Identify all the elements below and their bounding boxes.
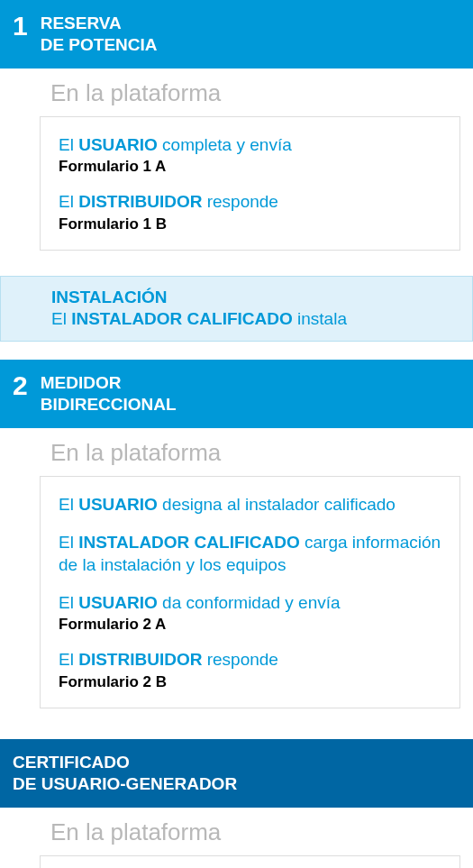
section-0: 1RESERVADE POTENCIAEn la plataformaEl US… <box>0 0 473 342</box>
step-title: CERTIFICADODE USUARIO-GENERADOR <box>13 752 237 795</box>
step-number: 1 <box>13 13 28 40</box>
process-item: El USUARIO designa al instalador calific… <box>59 493 441 516</box>
item-action: El USUARIO designa al instalador calific… <box>59 493 441 516</box>
section-header: CERTIFICADODE USUARIO-GENERADOR <box>0 739 473 808</box>
item-action: El USUARIO completa y envía <box>59 133 441 157</box>
item-form: Formulario 1 B <box>59 215 441 233</box>
banner-title: INSTALACIÓN <box>51 288 456 307</box>
platform-card: La SECRETARÍA DE ENERGÍAemite el certifi… <box>40 855 460 868</box>
item-form: Formulario 1 A <box>59 158 441 176</box>
platform-label: En la plataforma <box>13 69 460 116</box>
step-number: 2 <box>13 372 28 399</box>
section-content: En la plataformaEl USUARIO designa al in… <box>0 428 473 721</box>
process-item: El INSTALADOR CALIFICADO carga informaci… <box>59 531 441 577</box>
item-action: El INSTALADOR CALIFICADO carga informaci… <box>59 531 441 577</box>
section-header: 1RESERVADE POTENCIA <box>0 0 473 69</box>
section-header: 2MEDIDORBIDIRECCIONAL <box>0 360 473 428</box>
step-title: MEDIDORBIDIRECCIONAL <box>41 372 177 416</box>
banner-line: El INSTALADOR CALIFICADO instala <box>51 307 456 331</box>
platform-label: En la plataforma <box>13 428 460 476</box>
section-content: En la plataformaEl USUARIO completa y en… <box>0 69 473 263</box>
item-action: El DISTRIBUIDOR responde <box>59 648 441 672</box>
install-banner: INSTALACIÓNEl INSTALADOR CALIFICADO inst… <box>0 276 473 343</box>
process-item: El DISTRIBUIDOR respondeFormulario 1 B <box>59 190 441 233</box>
step-title: RESERVADE POTENCIA <box>41 13 158 56</box>
item-action: El DISTRIBUIDOR responde <box>59 190 441 214</box>
process-item: El DISTRIBUIDOR respondeFormulario 2 B <box>59 648 441 691</box>
section-1: 2MEDIDORBIDIRECCIONALEn la plataformaEl … <box>0 360 473 721</box>
process-item: El USUARIO da conformidad y envíaFormula… <box>59 591 441 635</box>
section-2: CERTIFICADODE USUARIO-GENERADOREn la pla… <box>0 739 473 868</box>
item-action: El USUARIO da conformidad y envía <box>59 591 441 615</box>
platform-card: El USUARIO completa y envíaFormulario 1 … <box>40 116 460 251</box>
process-item: El USUARIO completa y envíaFormulario 1 … <box>59 133 441 177</box>
item-form: Formulario 2 A <box>59 616 441 634</box>
platform-card: El USUARIO designa al instalador calific… <box>40 476 460 708</box>
platform-label: En la plataforma <box>13 808 460 855</box>
section-content: En la plataformaLa SECRETARÍA DE ENERGÍA… <box>0 808 473 868</box>
item-form: Formulario 2 B <box>59 673 441 691</box>
